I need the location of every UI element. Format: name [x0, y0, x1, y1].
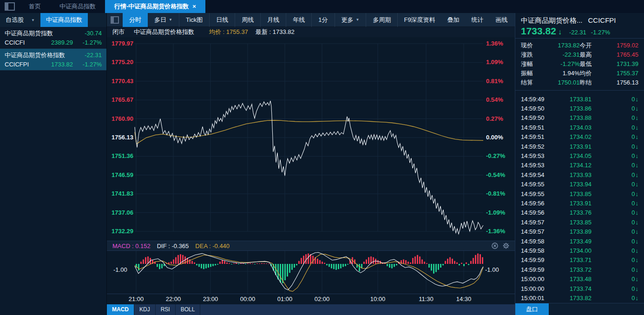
indicator-tab-RSI[interactable]: RSI	[156, 304, 176, 315]
tick-volume-value: 0	[631, 247, 635, 254]
percent-axis-label: 0.81%	[486, 78, 503, 85]
quote-grid-cell: 今开1759.02	[580, 41, 639, 50]
watchlist-item-pct: -1.27%	[73, 60, 102, 69]
watchlist-item-name: 中证商品期货指数	[5, 29, 73, 38]
tick-time: 14:59:53	[521, 162, 558, 169]
toolbar-button-多日[interactable]: 多日▼	[148, 13, 179, 27]
chevron-down-icon: ▼	[31, 18, 35, 22]
toolbar-button-月线[interactable]: 月线	[261, 13, 286, 27]
tick-price: 1733.81	[558, 96, 591, 103]
toolbar-button-叠加[interactable]: 叠加	[441, 13, 466, 27]
tick-volume-value: 0	[631, 143, 635, 150]
tick-volume-value: 0	[631, 152, 635, 159]
top-tab-1[interactable]: 中证商品指数	[50, 0, 105, 13]
chart-area: 分时多日▼Tick图日线周线月线年线1分更多▼多周期 F9深度资料叠加统计画线 …	[107, 13, 515, 315]
indicator-tab-KDJ[interactable]: KDJ	[134, 304, 156, 315]
tick-down-arrow-icon: ↓	[636, 276, 639, 282]
indicator-tab-MACD[interactable]: MACD	[107, 304, 134, 315]
tick-volume: 0↓	[631, 96, 638, 103]
watchlist-item[interactable]: 中证商品期货指数-30.74CCICFI2389.29-1.27%	[0, 27, 106, 49]
watchlist-dropdown-label: 自选股	[6, 16, 24, 24]
tick-time: 14:59:50	[521, 114, 558, 121]
tick-price: 1734.05	[558, 152, 591, 159]
quote-grid-cell: 现价1733.82	[521, 41, 580, 50]
watchlist-tab-csi-commodity[interactable]: 中证商品指数	[40, 13, 88, 27]
top-tab-2[interactable]: 行情-中证商品期货价格指数×	[105, 0, 205, 13]
quote-field-label: 振幅	[521, 69, 533, 78]
top-tab-0[interactable]: 首页	[20, 0, 50, 13]
tick-volume: 0↓	[631, 152, 638, 159]
price-down-arrow-icon: ↓	[558, 28, 562, 36]
toolbar-button-日线[interactable]: 日线	[210, 13, 235, 27]
tick-time: 14:59:52	[521, 143, 558, 150]
tick-volume-value: 0	[631, 219, 635, 226]
price-axis-label: 1756.13	[112, 134, 133, 141]
time-axis-label: 21:00	[123, 295, 149, 302]
close-tab-icon[interactable]: ×	[192, 3, 196, 10]
toolbar-button-1分[interactable]: 1分	[312, 13, 335, 27]
last-price-label: 最新 :	[256, 28, 271, 35]
toolbar-button-画线[interactable]: 画线	[490, 13, 514, 27]
toolbar-button-Tick图[interactable]: Tick图	[179, 13, 210, 27]
watchlist-item[interactable]: 中证商品期货价格指数-22.31CCICFPI1733.82-1.27%	[0, 49, 106, 71]
watchlist-group-dropdown[interactable]: 自选股 ▼	[0, 16, 39, 24]
avg-price-value: 1755.37	[226, 28, 248, 35]
tick-volume: 0↓	[631, 200, 638, 207]
macd-indicator-pane[interactable]	[107, 251, 515, 294]
toolbar-button-周线[interactable]: 周线	[235, 13, 261, 27]
tick-row: 14:59:501733.880↓	[521, 113, 638, 123]
quote-field-label: 现价	[521, 41, 533, 50]
intraday-price-chart[interactable]: 1779.971775.201770.431765.671760.901756.…	[107, 37, 515, 241]
tab-order-book[interactable]: 盘口	[515, 303, 549, 315]
time-axis-label: 11:30	[413, 295, 439, 302]
time-axis-label: 14:30	[451, 295, 477, 302]
tick-time: 14:59:51	[521, 133, 558, 140]
percent-axis-label: 0.00%	[486, 134, 503, 141]
tick-volume: 0↓	[631, 238, 638, 245]
tick-price: 1734.02	[558, 133, 591, 140]
quote-panel-bottom-bar: 盘口	[515, 303, 644, 315]
quote-grid-cell: 振幅1.94%	[521, 69, 580, 78]
tick-down-arrow-icon: ↓	[636, 219, 639, 226]
tick-volume-value: 0	[631, 124, 635, 131]
tick-down-arrow-icon: ↓	[636, 181, 639, 188]
quote-panel: 中证商品期货价格... CCICFPI 1733.82 ↓ -22.31 -1.…	[515, 13, 644, 315]
tick-volume: 0↓	[631, 247, 638, 254]
tick-list[interactable]: 14:59:491733.810↓14:59:501733.860↓14:59:…	[515, 93, 644, 303]
price-axis-label: 1746.59	[112, 171, 133, 179]
window-panels-icon[interactable]	[5, 2, 15, 11]
toolbar-button-更多[interactable]: 更多▼	[335, 13, 367, 27]
quote-field-label: 均价	[580, 69, 592, 78]
close-indicator-icon[interactable]	[492, 243, 498, 249]
top-tabs: 首页中证商品指数行情-中证商品期货价格指数×	[20, 0, 205, 13]
toolbar-button-F9深度资料[interactable]: F9深度资料	[398, 13, 441, 27]
tick-volume-value: 0	[631, 133, 635, 140]
tick-volume-value: 0	[631, 209, 635, 216]
tick-row: 14:59:591733.720↓	[521, 265, 638, 274]
toolbar-button-年线[interactable]: 年线	[286, 13, 312, 27]
indicator-tab-BOLL[interactable]: BOLL	[176, 304, 201, 315]
collapse-sidebar-icon[interactable]	[111, 16, 119, 24]
time-axis-label: 02:00	[309, 295, 335, 302]
toolbar-button-多周期[interactable]: 多周期	[366, 13, 398, 27]
price-axis-label: 1760.90	[112, 115, 133, 123]
tick-time: 14:59:53	[521, 152, 558, 159]
market-state: 闭市	[112, 28, 125, 36]
tick-volume: 0↓	[631, 181, 638, 188]
tick-time: 14:59:58	[521, 247, 558, 254]
toolbar-button-分时[interactable]: 分时	[123, 13, 148, 27]
watchlist-item-price: 2389.29	[39, 38, 73, 47]
tick-time: 14:59:55	[521, 190, 558, 197]
toolbar-button-统计[interactable]: 统计	[466, 13, 490, 27]
watchlist: 中证商品期货指数-30.74CCICFI2389.29-1.27%中证商品期货价…	[0, 27, 106, 71]
tick-volume-value: 0	[631, 162, 635, 169]
tick-price: 1733.82	[558, 295, 591, 302]
tick-row: 14:59:511734.030↓	[521, 123, 638, 132]
tick-volume: 0↓	[631, 143, 638, 150]
gear-icon[interactable]	[503, 243, 509, 249]
percent-axis-label: 1.09%	[486, 59, 503, 66]
macd-value: 0.152	[135, 243, 151, 249]
tick-time: 14:59:55	[521, 181, 558, 188]
time-axis-label: 10:00	[365, 295, 391, 302]
quote-field-value: 1731.39	[617, 59, 638, 69]
